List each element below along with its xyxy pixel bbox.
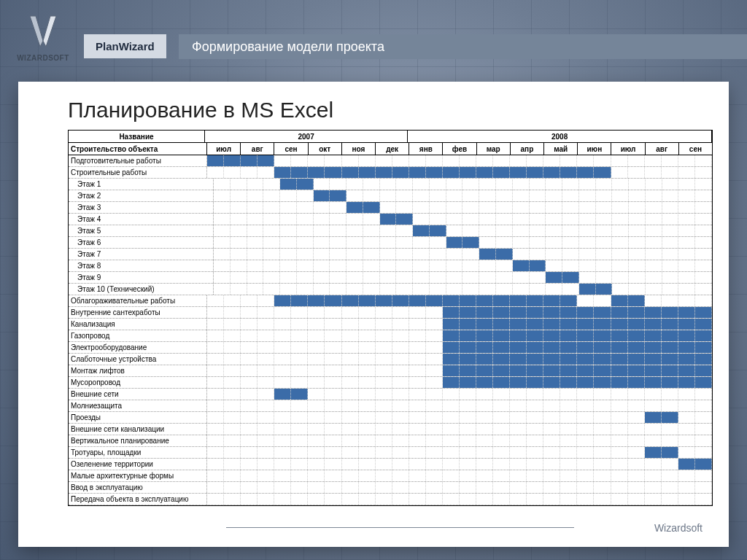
gantt-cell — [496, 190, 513, 201]
gantt-cell — [510, 412, 527, 423]
gantt-cell — [258, 155, 274, 166]
gantt-cell — [662, 167, 678, 178]
gantt-cell — [231, 202, 247, 213]
gantt-cell — [224, 494, 241, 505]
gantt-cell — [280, 214, 297, 225]
gantt-cell — [207, 307, 224, 318]
gantt-cell — [678, 400, 695, 411]
gantt-cell — [628, 377, 645, 388]
gantt-cell — [695, 307, 712, 318]
gantt-cell — [510, 447, 527, 458]
gantt-cell — [543, 365, 560, 376]
gantt-cell — [527, 459, 543, 470]
task-name: Этаж 5 — [69, 225, 214, 236]
gantt-cell — [695, 155, 712, 166]
gantt-cell — [513, 237, 530, 248]
gantt-cell — [479, 272, 496, 283]
gantt-cell — [231, 237, 247, 248]
gantt-cell — [579, 214, 596, 225]
gantt-cell — [413, 179, 430, 190]
gantt-cell — [308, 365, 325, 376]
gantt-cell — [678, 377, 695, 388]
gantt-cell — [527, 400, 543, 411]
gantt-cell — [297, 272, 314, 283]
gantt-cell — [596, 260, 613, 271]
task-name: Газопровод — [69, 330, 207, 341]
gantt-cell — [446, 237, 463, 248]
gantt-cell — [476, 167, 493, 178]
gantt-cell — [645, 412, 662, 423]
gantt-cell — [594, 412, 611, 423]
gantt-cell — [530, 225, 546, 236]
gantt-cell — [291, 447, 308, 458]
gantt-cell — [263, 272, 280, 283]
gantt-cell — [241, 155, 258, 166]
gantt-cell — [493, 354, 510, 365]
gantt-cell — [476, 330, 493, 341]
gantt-cell — [611, 155, 628, 166]
gantt-cell — [678, 202, 695, 213]
gantt-cell — [594, 389, 611, 400]
footer-text: Wizardsoft — [654, 522, 703, 534]
col-header-month: мар — [477, 143, 511, 155]
gantt-cell — [460, 459, 476, 470]
gantt-row: Этаж 10 (Технический) — [69, 284, 712, 295]
gantt-cell — [476, 319, 493, 330]
gantt-cell — [579, 190, 596, 201]
gantt-cell — [462, 214, 479, 225]
gantt-cell — [577, 167, 594, 178]
gantt-cell — [594, 155, 611, 166]
gantt-cell — [628, 342, 645, 353]
gantt-cell — [695, 179, 712, 190]
gantt-cell — [460, 400, 476, 411]
col-header-month: ноя — [342, 143, 376, 155]
gantt-cell — [579, 225, 596, 236]
gantt-cell — [291, 330, 308, 341]
gantt-cell — [274, 459, 291, 470]
gantt-cell — [645, 307, 662, 318]
gantt-cell — [611, 167, 628, 178]
gantt-cell — [594, 447, 611, 458]
gantt-cell — [678, 260, 695, 271]
gantt-cell — [577, 482, 594, 493]
gantt-row: Проезды — [69, 412, 712, 424]
gantt-cell — [646, 225, 662, 236]
gantt-cell — [611, 494, 628, 505]
gantt-cell — [325, 470, 341, 481]
gantt-cell — [231, 225, 247, 236]
gantt-cell — [629, 249, 646, 260]
gantt-cell — [510, 377, 527, 388]
gantt-cell — [392, 400, 409, 411]
gantt-cell — [662, 470, 678, 481]
gantt-cell — [493, 365, 510, 376]
gantt-cell — [359, 155, 376, 166]
gantt-cell — [224, 155, 241, 166]
gantt-cell — [247, 202, 264, 213]
gantt-cell — [560, 400, 577, 411]
gantt-cell — [342, 167, 359, 178]
gantt-cell — [380, 249, 397, 260]
gantt-cell — [392, 482, 409, 493]
gantt-cell — [330, 190, 347, 201]
gantt-cell — [546, 202, 562, 213]
gantt-cell — [695, 330, 712, 341]
slide-title: Планирование в MS Excel — [68, 98, 713, 122]
gantt-cell — [426, 494, 443, 505]
gantt-cell — [392, 354, 409, 365]
gantt-cell — [274, 389, 291, 400]
gantt-cell — [342, 319, 359, 330]
gantt-cell — [646, 190, 662, 201]
gantt-cell — [308, 459, 325, 470]
gantt-cell — [678, 354, 695, 365]
gantt-cell — [314, 202, 330, 213]
gantt-cell — [359, 424, 376, 435]
gantt-cell — [280, 249, 297, 260]
gantt-cell — [527, 470, 543, 481]
gantt-cell — [662, 377, 678, 388]
gantt-row: Канализация — [69, 319, 712, 330]
gantt-cell — [347, 272, 363, 283]
gantt-cell — [513, 202, 530, 213]
gantt-cell — [611, 482, 628, 493]
gantt-cell — [612, 179, 629, 190]
gantt-cell — [577, 412, 594, 423]
